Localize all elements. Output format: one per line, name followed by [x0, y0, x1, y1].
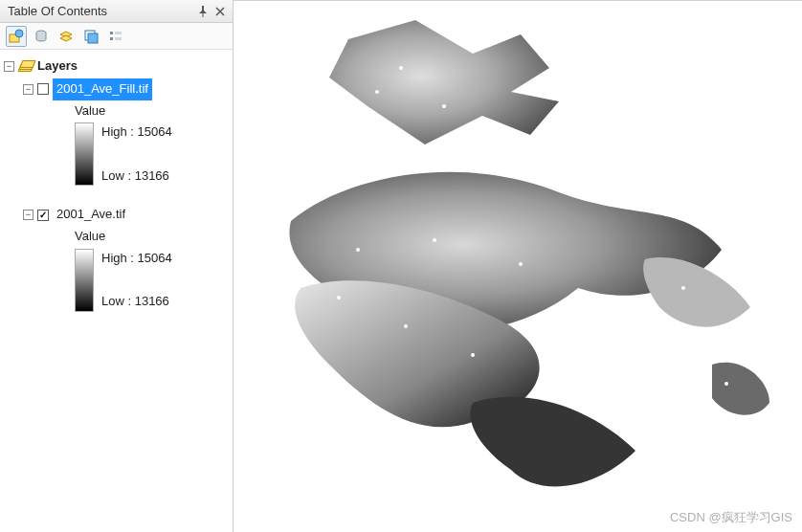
list-by-drawing-order-icon[interactable]: [6, 26, 27, 47]
toc-toolbar: [0, 23, 233, 50]
layer-visibility-checkbox[interactable]: [37, 210, 49, 221]
layer-row[interactable]: − 2001_Ave_Fill.tif: [4, 78, 229, 101]
svg-point-14: [519, 262, 523, 266]
layers-root-row[interactable]: − Layers: [4, 55, 229, 78]
layer-tree: − Layers − 2001_Ave_Fill.tif Value High …: [0, 50, 233, 318]
symbology-ramp: High : 15064 Low : 13166: [4, 249, 229, 312]
svg-rect-8: [115, 37, 122, 40]
svg-point-1: [15, 30, 23, 37]
value-heading: Value: [4, 101, 229, 122]
layer-row[interactable]: − 2001_Ave.tif: [4, 203, 229, 227]
svg-rect-4: [88, 33, 98, 43]
toc-title: Table Of Contents: [4, 4, 194, 18]
low-value-label: Low : 13166: [101, 292, 172, 312]
grayscale-ramp-icon: [75, 122, 94, 186]
list-by-source-icon[interactable]: [31, 26, 52, 47]
svg-point-12: [356, 248, 360, 252]
low-value-label: Low : 13166: [101, 166, 172, 187]
svg-point-19: [724, 382, 728, 386]
list-by-visibility-icon[interactable]: [56, 26, 77, 47]
collapse-icon[interactable]: −: [23, 84, 33, 95]
layers-root-label: Layers: [37, 56, 78, 77]
collapse-icon[interactable]: −: [4, 61, 14, 72]
svg-point-15: [404, 324, 408, 328]
svg-point-9: [375, 90, 379, 94]
high-value-label: High : 15064: [101, 122, 172, 143]
list-by-selection-icon[interactable]: [80, 26, 101, 47]
map-canvas[interactable]: [234, 0, 802, 532]
svg-point-17: [337, 296, 341, 299]
layer-visibility-checkbox[interactable]: [37, 83, 49, 95]
svg-point-13: [433, 238, 436, 242]
toc-header: Table Of Contents: [0, 0, 233, 23]
svg-point-16: [471, 353, 475, 357]
value-heading: Value: [4, 227, 229, 247]
symbology-ramp: High : 15064 Low : 13166: [4, 122, 229, 186]
options-icon[interactable]: [105, 26, 126, 47]
svg-point-18: [681, 286, 685, 290]
grayscale-ramp-icon: [75, 249, 94, 312]
svg-point-11: [442, 104, 446, 108]
layer-name-label[interactable]: 2001_Ave_Fill.tif: [53, 78, 152, 100]
collapse-icon[interactable]: −: [23, 210, 33, 220]
layers-group-icon: [18, 60, 33, 72]
watermark-label: CSDN @疯狂学习GIS: [670, 509, 792, 526]
svg-point-10: [399, 66, 403, 70]
pin-icon[interactable]: [194, 3, 212, 20]
high-value-label: High : 15064: [101, 249, 172, 269]
layer-name-label[interactable]: 2001_Ave.tif: [53, 204, 129, 226]
raster-display: [234, 1, 802, 532]
svg-rect-5: [110, 32, 113, 34]
table-of-contents-panel: Table Of Contents − Layers: [0, 0, 234, 532]
svg-rect-7: [115, 32, 122, 34]
close-icon[interactable]: [212, 3, 229, 20]
svg-rect-6: [110, 37, 113, 40]
